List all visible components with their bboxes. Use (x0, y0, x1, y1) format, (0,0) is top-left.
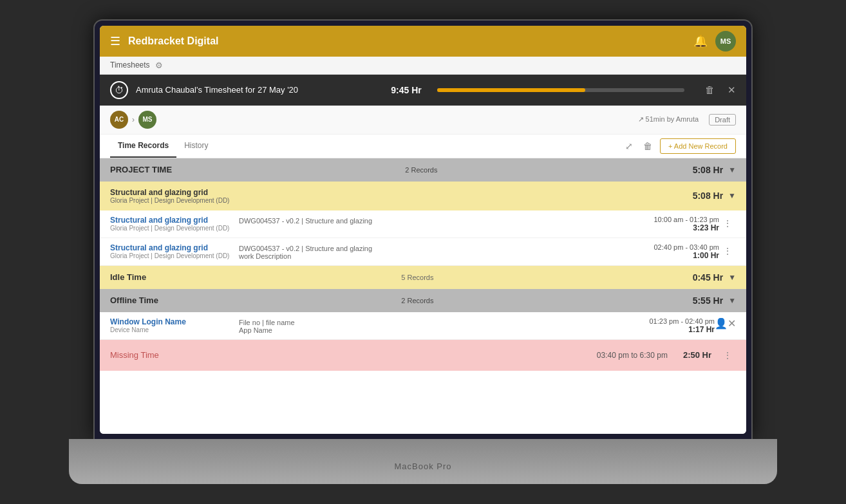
status-badge: Draft (709, 114, 736, 126)
device-name: Device Name (110, 326, 239, 333)
timesheet-hours: 9:45 Hr (391, 85, 421, 95)
row-left: Window Login Name Device Name (110, 317, 239, 333)
more-icon[interactable]: ⋮ (719, 216, 736, 231)
laptop-base: MacBook Pro (69, 439, 777, 484)
project-time-title: PROJECT TIME (110, 165, 397, 174)
table-row: Window Login Name Device Name File no | … (100, 312, 746, 340)
more-icon[interactable]: ⋮ (719, 243, 736, 259)
idle-time-chevron[interactable]: ▼ (728, 273, 736, 282)
app-title: Redbracket Digital (128, 35, 693, 47)
project-time-hours: 5:08 Hr (693, 165, 723, 175)
app-header: ☰ Redbracket Digital 🔔 MS (100, 26, 746, 57)
duration: 1:17 Hr (612, 325, 715, 334)
trash-icon[interactable]: 🗑 (641, 138, 655, 154)
settings-icon[interactable]: ⚙ (155, 61, 163, 70)
avatar-ac: AC (110, 111, 128, 129)
table-row: Structural and glazing grid Gloria Proje… (100, 238, 746, 266)
offline-time-chevron[interactable]: ▼ (728, 296, 736, 305)
user-remove-icon[interactable]: 👤✕ (715, 317, 736, 330)
app-name: App Name (239, 326, 612, 334)
time-range: 01:23 pm - 02:40 pm (612, 317, 715, 325)
missing-time-range: 03:40 pm to 6:30 pm (597, 351, 668, 360)
timesheet-bar: ⏱ Amruta Chaubal's Timesheet for 27 May … (100, 75, 746, 106)
missing-duration: 2:50 Hr (683, 350, 711, 360)
structural-title: Structural and glazing grid (110, 188, 693, 197)
row-description: File no | file name App Name (239, 317, 612, 334)
missing-time-title: Missing Time (110, 350, 597, 360)
task-name: Structural and glazing grid (110, 216, 239, 225)
content-area: PROJECT TIME 2 Records 5:08 Hr ▼ Structu… (100, 158, 746, 434)
time-range: 10:00 am - 01:23 pm (616, 216, 719, 223)
row-right: 10:00 am - 01:23 pm 3:23 Hr (616, 216, 719, 232)
sub-header: Timesheets ⚙ (100, 57, 746, 75)
tab-time-records[interactable]: Time Records (110, 135, 176, 158)
avatar-ms: MS (138, 111, 156, 129)
structural-chevron[interactable]: ▼ (728, 191, 736, 200)
project-time-count: 2 Records (405, 166, 692, 174)
duration: 3:23 Hr (616, 223, 719, 232)
laptop-label: MacBook Pro (394, 462, 451, 471)
project-name: Gloria Project | Design Development (DD) (110, 252, 239, 259)
tabs-actions: ⤢ 🗑 + Add New Record (623, 138, 736, 154)
offline-time-title: Offline Time (110, 295, 401, 305)
arrow-icon: › (132, 115, 135, 124)
expand-icon[interactable]: ⤢ (623, 138, 635, 154)
close-icon[interactable]: ✕ (728, 84, 736, 96)
timer-icon: ⏱ (110, 81, 128, 99)
tabs-row: Time Records History ⤢ 🗑 + Add New Recor… (100, 135, 746, 158)
menu-icon[interactable]: ☰ (110, 34, 120, 48)
description-line1: DWG004537 - v0.2 | Structure and glazing (239, 245, 616, 252)
duration: 1:00 Hr (616, 251, 719, 260)
row-left: Structural and glazing grid Gloria Proje… (110, 243, 239, 259)
progress-fill (437, 88, 586, 92)
login-name: Window Login Name (110, 317, 239, 326)
description-line2: work Description (239, 252, 616, 260)
missing-more-icon[interactable]: ⋮ (719, 348, 736, 363)
structural-project: Gloria Project | Design Development (DD) (110, 197, 693, 204)
delete-icon[interactable]: 🗑 (705, 84, 715, 95)
activity-text: ↗ 51min by Amruta (638, 115, 699, 124)
row-right: 02:40 pm - 03:40 pm 1:00 Hr (616, 243, 719, 260)
idle-time-hours: 0:45 Hr (693, 272, 723, 283)
progress-bar (437, 88, 684, 92)
offline-time-count: 2 Records (401, 297, 692, 304)
tab-history[interactable]: History (176, 135, 216, 158)
row-left: Structural and glazing grid Gloria Proje… (110, 216, 239, 232)
file-info: File no | file name (239, 319, 612, 326)
bell-icon[interactable]: 🔔 (693, 34, 708, 48)
header-icons: 🔔 MS (693, 31, 736, 51)
idle-time-section: Idle Time 5 Records 0:45 Hr ▼ (100, 266, 746, 289)
workflow-row: AC › MS ↗ 51min by Amruta Draft (100, 106, 746, 135)
time-range: 02:40 pm - 03:40 pm (616, 243, 719, 251)
timer-glyph: ⏱ (115, 85, 124, 95)
offline-time-section: Offline Time 2 Records 5:55 Hr ▼ (100, 289, 746, 312)
idle-time-count: 5 Records (401, 274, 692, 281)
breadcrumb: Timesheets (110, 61, 150, 70)
structural-group-header: Structural and glazing grid Gloria Proje… (100, 182, 746, 210)
project-name: Gloria Project | Design Development (DD) (110, 225, 239, 232)
workflow-info: ↗ 51min by Amruta Draft (638, 114, 736, 126)
user-avatar[interactable]: MS (715, 31, 736, 51)
task-name: Structural and glazing grid (110, 243, 239, 252)
table-row: Structural and glazing grid Gloria Proje… (100, 210, 746, 238)
project-time-section: PROJECT TIME 2 Records 5:08 Hr ▼ (100, 158, 746, 182)
row-description: DWG004537 - v0.2 | Structure and glazing (239, 216, 616, 225)
idle-time-title: Idle Time (110, 272, 401, 282)
offline-time-hours: 5:55 Hr (693, 295, 723, 306)
missing-time-row: Missing Time 03:40 pm to 6:30 pm 2:50 Hr… (100, 340, 746, 371)
structural-hours: 5:08 Hr (693, 191, 723, 201)
timesheet-title: Amruta Chaubal's Timesheet for 27 May '2… (136, 85, 383, 95)
project-time-chevron[interactable]: ▼ (728, 165, 736, 174)
row-description: DWG004537 - v0.2 | Structure and glazing… (239, 243, 616, 260)
add-record-button[interactable]: + Add New Record (660, 138, 736, 154)
row-right: 01:23 pm - 02:40 pm 1:17 Hr (612, 317, 715, 334)
